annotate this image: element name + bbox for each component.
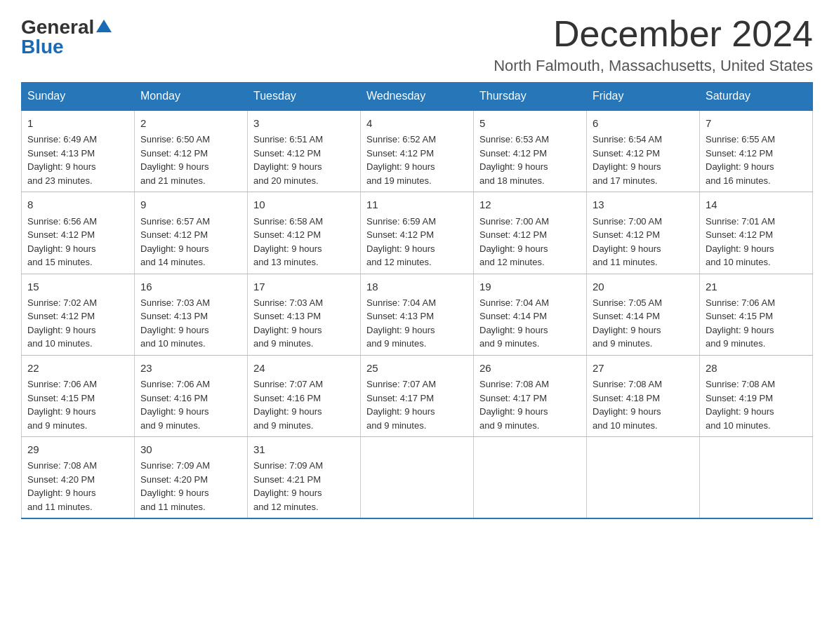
- day-number: 15: [27, 279, 128, 295]
- calendar-cell: 19Sunrise: 7:04 AMSunset: 4:14 PMDayligh…: [474, 274, 587, 355]
- day-number: 17: [253, 279, 355, 295]
- day-info: Sunrise: 6:59 AMSunset: 4:12 PMDaylight:…: [366, 215, 468, 269]
- logo-blue-text: Blue: [21, 36, 64, 58]
- calendar-cell: 9Sunrise: 6:57 AMSunset: 4:12 PMDaylight…: [135, 192, 248, 274]
- week-row-1: 1Sunrise: 6:49 AMSunset: 4:13 PMDaylight…: [22, 110, 813, 192]
- day-number: 6: [593, 115, 694, 131]
- day-number: 2: [140, 115, 241, 131]
- calendar-cell: 13Sunrise: 7:00 AMSunset: 4:12 PMDayligh…: [587, 192, 700, 274]
- day-info: Sunrise: 7:08 AMSunset: 4:17 PMDaylight:…: [479, 377, 581, 432]
- day-number: 8: [27, 196, 128, 213]
- week-row-5: 29Sunrise: 7:08 AMSunset: 4:20 PMDayligh…: [22, 437, 813, 519]
- day-number: 31: [253, 441, 355, 457]
- col-header-wednesday: Wednesday: [361, 83, 474, 111]
- day-info: Sunrise: 7:09 AMSunset: 4:20 PMDaylight:…: [140, 459, 241, 514]
- day-info: Sunrise: 7:07 AMSunset: 4:16 PMDaylight:…: [253, 377, 355, 432]
- calendar-cell: 18Sunrise: 7:04 AMSunset: 4:13 PMDayligh…: [361, 274, 474, 355]
- day-info: Sunrise: 6:58 AMSunset: 4:12 PMDaylight:…: [253, 215, 355, 269]
- calendar-cell: 30Sunrise: 7:09 AMSunset: 4:20 PMDayligh…: [135, 437, 248, 519]
- calendar-cell: 7Sunrise: 6:55 AMSunset: 4:12 PMDaylight…: [700, 110, 813, 192]
- calendar-cell: 28Sunrise: 7:08 AMSunset: 4:19 PMDayligh…: [700, 355, 813, 436]
- col-header-tuesday: Tuesday: [248, 83, 361, 111]
- calendar-cell: 2Sunrise: 6:50 AMSunset: 4:12 PMDaylight…: [135, 110, 248, 192]
- calendar-cell: 17Sunrise: 7:03 AMSunset: 4:13 PMDayligh…: [248, 274, 361, 355]
- calendar-cell: 12Sunrise: 7:00 AMSunset: 4:12 PMDayligh…: [474, 192, 587, 274]
- day-info: Sunrise: 6:51 AMSunset: 4:12 PMDaylight:…: [253, 133, 355, 187]
- calendar-cell: 14Sunrise: 7:01 AMSunset: 4:12 PMDayligh…: [700, 192, 813, 274]
- calendar-cell: 26Sunrise: 7:08 AMSunset: 4:17 PMDayligh…: [474, 355, 587, 436]
- month-title: December 2024: [494, 14, 813, 54]
- calendar-cell: 8Sunrise: 6:56 AMSunset: 4:12 PMDaylight…: [22, 192, 135, 274]
- day-number: 3: [253, 115, 355, 131]
- calendar-cell: 1Sunrise: 6:49 AMSunset: 4:13 PMDaylight…: [22, 110, 135, 192]
- day-number: 20: [593, 279, 694, 295]
- calendar-cell: 15Sunrise: 7:02 AMSunset: 4:12 PMDayligh…: [22, 274, 135, 355]
- location-title: North Falmouth, Massachusetts, United St…: [494, 57, 813, 75]
- day-info: Sunrise: 7:04 AMSunset: 4:14 PMDaylight:…: [479, 296, 581, 351]
- calendar-cell: 29Sunrise: 7:08 AMSunset: 4:20 PMDayligh…: [22, 437, 135, 519]
- calendar-cell: 23Sunrise: 7:06 AMSunset: 4:16 PMDayligh…: [135, 355, 248, 436]
- col-header-thursday: Thursday: [474, 83, 587, 111]
- calendar-header-row: SundayMondayTuesdayWednesdayThursdayFrid…: [22, 83, 813, 111]
- calendar-cell: 31Sunrise: 7:09 AMSunset: 4:21 PMDayligh…: [248, 437, 361, 519]
- calendar-cell: [587, 437, 700, 519]
- col-header-friday: Friday: [587, 83, 700, 111]
- day-info: Sunrise: 7:08 AMSunset: 4:20 PMDaylight:…: [27, 459, 128, 514]
- day-number: 4: [366, 115, 468, 131]
- day-info: Sunrise: 7:03 AMSunset: 4:13 PMDaylight:…: [253, 296, 355, 351]
- day-number: 5: [479, 115, 581, 131]
- page-header: General Blue December 2024 North Falmout…: [21, 14, 813, 75]
- day-info: Sunrise: 7:04 AMSunset: 4:13 PMDaylight:…: [366, 296, 468, 351]
- logo: General Blue: [21, 14, 112, 57]
- calendar-cell: 4Sunrise: 6:52 AMSunset: 4:12 PMDaylight…: [361, 110, 474, 192]
- day-info: Sunrise: 7:06 AMSunset: 4:16 PMDaylight:…: [140, 377, 241, 432]
- day-number: 18: [366, 279, 468, 295]
- day-number: 24: [253, 360, 355, 376]
- calendar-cell: [700, 437, 813, 519]
- calendar-cell: 16Sunrise: 7:03 AMSunset: 4:13 PMDayligh…: [135, 274, 248, 355]
- day-info: Sunrise: 7:00 AMSunset: 4:12 PMDaylight:…: [593, 215, 694, 269]
- calendar-cell: 3Sunrise: 6:51 AMSunset: 4:12 PMDaylight…: [248, 110, 361, 192]
- calendar-cell: 11Sunrise: 6:59 AMSunset: 4:12 PMDayligh…: [361, 192, 474, 274]
- day-info: Sunrise: 6:57 AMSunset: 4:12 PMDaylight:…: [140, 215, 241, 269]
- day-number: 21: [706, 279, 807, 295]
- day-info: Sunrise: 6:56 AMSunset: 4:12 PMDaylight:…: [27, 215, 128, 269]
- title-block: December 2024 North Falmouth, Massachuse…: [494, 14, 813, 75]
- day-info: Sunrise: 6:53 AMSunset: 4:12 PMDaylight:…: [479, 133, 581, 187]
- day-number: 16: [140, 279, 241, 295]
- day-number: 9: [140, 196, 241, 213]
- day-number: 11: [366, 196, 468, 213]
- calendar-cell: 24Sunrise: 7:07 AMSunset: 4:16 PMDayligh…: [248, 355, 361, 436]
- day-info: Sunrise: 7:02 AMSunset: 4:12 PMDaylight:…: [27, 296, 128, 351]
- day-number: 10: [253, 196, 355, 213]
- col-header-saturday: Saturday: [700, 83, 813, 111]
- day-number: 22: [27, 360, 128, 376]
- calendar-cell: 27Sunrise: 7:08 AMSunset: 4:18 PMDayligh…: [587, 355, 700, 436]
- day-info: Sunrise: 7:03 AMSunset: 4:13 PMDaylight:…: [140, 296, 241, 351]
- day-number: 1: [27, 115, 128, 131]
- calendar-cell: [361, 437, 474, 519]
- calendar-cell: 10Sunrise: 6:58 AMSunset: 4:12 PMDayligh…: [248, 192, 361, 274]
- day-number: 19: [479, 279, 581, 295]
- day-info: Sunrise: 7:06 AMSunset: 4:15 PMDaylight:…: [27, 377, 128, 432]
- day-number: 27: [593, 360, 694, 376]
- day-info: Sunrise: 7:07 AMSunset: 4:17 PMDaylight:…: [366, 377, 468, 432]
- day-info: Sunrise: 7:08 AMSunset: 4:18 PMDaylight:…: [593, 377, 694, 432]
- day-info: Sunrise: 7:06 AMSunset: 4:15 PMDaylight:…: [706, 296, 807, 351]
- logo-general-text: General: [21, 18, 94, 37]
- calendar-cell: 20Sunrise: 7:05 AMSunset: 4:14 PMDayligh…: [587, 274, 700, 355]
- day-number: 13: [593, 196, 694, 213]
- logo-triangle-icon: [96, 18, 112, 34]
- day-number: 26: [479, 360, 581, 376]
- day-info: Sunrise: 6:52 AMSunset: 4:12 PMDaylight:…: [366, 133, 468, 187]
- svg-marker-0: [96, 20, 112, 32]
- week-row-4: 22Sunrise: 7:06 AMSunset: 4:15 PMDayligh…: [22, 355, 813, 436]
- day-info: Sunrise: 7:01 AMSunset: 4:12 PMDaylight:…: [706, 215, 807, 269]
- week-row-2: 8Sunrise: 6:56 AMSunset: 4:12 PMDaylight…: [22, 192, 813, 274]
- calendar-cell: 5Sunrise: 6:53 AMSunset: 4:12 PMDaylight…: [474, 110, 587, 192]
- day-info: Sunrise: 6:54 AMSunset: 4:12 PMDaylight:…: [593, 133, 694, 187]
- calendar-cell: 21Sunrise: 7:06 AMSunset: 4:15 PMDayligh…: [700, 274, 813, 355]
- day-info: Sunrise: 7:00 AMSunset: 4:12 PMDaylight:…: [479, 215, 581, 269]
- day-info: Sunrise: 6:49 AMSunset: 4:13 PMDaylight:…: [27, 133, 128, 187]
- calendar-cell: 6Sunrise: 6:54 AMSunset: 4:12 PMDaylight…: [587, 110, 700, 192]
